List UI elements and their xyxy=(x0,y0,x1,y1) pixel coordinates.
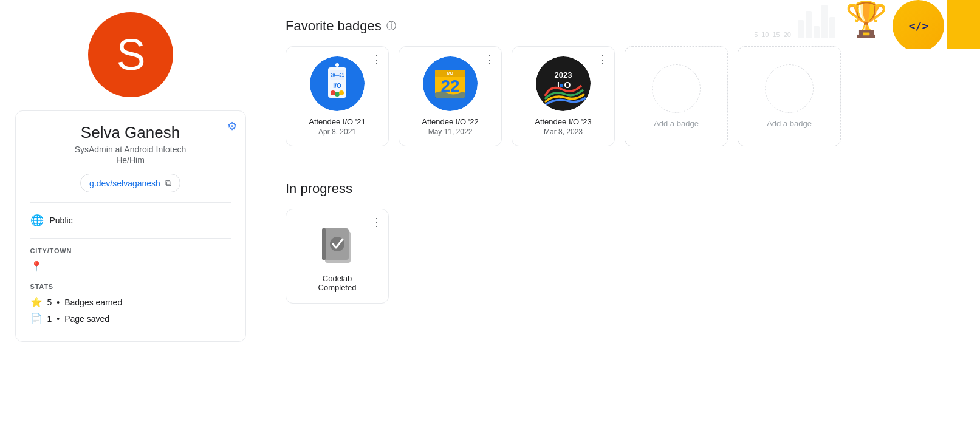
svg-text:</>: </> xyxy=(908,19,928,32)
top-decoration: 5 10 15 20 🏆 </> xyxy=(747,0,980,49)
profile-pronouns: He/Him xyxy=(30,155,231,165)
svg-text:20—21: 20—21 xyxy=(331,73,344,77)
pages-stat-row: 📄 1 • Page saved xyxy=(30,310,231,327)
badges-count: 5 xyxy=(47,298,52,307)
badge-image-io21: 20—21 I/O xyxy=(310,56,365,111)
add-badge-text-1: Add a badge xyxy=(654,119,699,128)
codelab-icon-area xyxy=(313,219,362,268)
main-content: 5 10 15 20 🏆 </> Favorite xyxy=(261,0,980,425)
badge-card-io23: ⋮ 2023 I O xyxy=(512,46,615,146)
visibility-label: Public xyxy=(50,216,73,225)
badge-more-icon-3[interactable]: ⋮ xyxy=(597,53,608,66)
in-progress-title: In progress xyxy=(286,181,956,197)
add-badge-text-2: Add a badge xyxy=(767,119,812,128)
badge-date-1: Apr 8, 2021 xyxy=(318,127,356,136)
profile-link-text: g.dev/selvaganesh xyxy=(89,178,160,188)
badge-card-empty-1[interactable]: Add a badge xyxy=(625,46,728,146)
pages-count: 1 xyxy=(47,314,52,324)
badges-earned-label: Badges earned xyxy=(64,298,122,307)
badge-more-icon-2[interactable]: ⋮ xyxy=(484,53,495,66)
divider-1 xyxy=(30,202,231,203)
svg-text:I/O: I/O xyxy=(333,83,341,89)
profile-link-container: g.dev/selvaganesh ⧉ xyxy=(30,174,231,192)
in-progress-section: In progress ⋮ xyxy=(286,181,956,304)
badge-date-2: May 11, 2022 xyxy=(428,127,473,136)
svg-text:O: O xyxy=(564,80,571,90)
page-icon: 📄 xyxy=(30,313,43,324)
badge-card-empty-2[interactable]: Add a badge xyxy=(738,46,841,146)
globe-icon: 🌐 xyxy=(30,214,44,227)
profile-title: SysAdmin at Android Infotech xyxy=(30,144,231,154)
city-section-label: CITY/TOWN xyxy=(30,247,231,254)
in-progress-row: ⋮ Codelab Completed xyxy=(286,209,956,304)
badge-circle-decoration: </> xyxy=(893,0,944,49)
badge-empty-circle-2 xyxy=(765,64,814,113)
section-divider xyxy=(286,166,956,166)
svg-point-6 xyxy=(331,90,335,95)
svg-point-8 xyxy=(339,90,344,95)
svg-rect-22 xyxy=(322,228,326,260)
badge-more-icon-codelab[interactable]: ⋮ xyxy=(371,216,382,229)
location-icon: 📍 xyxy=(30,260,43,272)
visibility-row[interactable]: 🌐 Public xyxy=(30,208,231,233)
avatar: S xyxy=(88,12,173,97)
sidebar: S ⚙ Selva Ganesh SysAdmin at Android Inf… xyxy=(0,0,261,425)
badges-row: ⋮ 20—21 I/O xyxy=(286,46,956,146)
badge-star-icon: ⭐ xyxy=(30,296,43,308)
badge-more-icon-1[interactable]: ⋮ xyxy=(371,53,382,66)
svg-point-15 xyxy=(536,56,591,111)
settings-icon[interactable]: ⚙ xyxy=(227,120,237,133)
badge-empty-circle-1 xyxy=(652,64,701,113)
avatar-container: S xyxy=(0,12,261,97)
badge-card-io21: ⋮ 20—21 I/O xyxy=(286,46,389,146)
badge-image-io23: 2023 I O xyxy=(536,56,591,111)
codelab-card: ⋮ Codelab Completed xyxy=(286,209,389,304)
svg-text:2023: 2023 xyxy=(555,70,572,80)
badge-card-io22: ⋮ 22 I/O Attendee I/O '2 xyxy=(399,46,502,146)
pages-saved-label: Page saved xyxy=(64,314,109,324)
city-row: 📍 xyxy=(30,258,231,274)
badge-name-2: Attendee I/O '22 xyxy=(422,117,479,126)
yellow-block xyxy=(947,0,980,49)
divider-2 xyxy=(30,238,231,239)
svg-point-7 xyxy=(335,92,340,97)
svg-text:I/O: I/O xyxy=(447,70,454,76)
codelab-badge-name: Codelab Completed xyxy=(318,274,357,292)
profile-card: ⚙ Selva Ganesh SysAdmin at Android Infot… xyxy=(15,110,246,342)
copy-icon: ⧉ xyxy=(165,178,171,188)
badge-name-1: Attendee I/O '21 xyxy=(309,117,366,126)
pages-dot: • xyxy=(57,314,60,324)
profile-link[interactable]: g.dev/selvaganesh ⧉ xyxy=(80,174,180,192)
svg-point-9 xyxy=(335,63,339,67)
badges-dot: • xyxy=(57,298,60,307)
badge-image-io22: 22 I/O xyxy=(423,56,478,111)
info-icon[interactable]: ⓘ xyxy=(386,20,396,33)
profile-name: Selva Ganesh xyxy=(30,123,231,142)
badge-date-3: Mar 8, 2023 xyxy=(544,127,583,136)
svg-point-18 xyxy=(560,84,563,87)
stats-section-label: STATS xyxy=(30,283,231,290)
trophy-decoration: 🏆 xyxy=(843,0,890,36)
badges-stat-row: ⭐ 5 • Badges earned xyxy=(30,294,231,310)
badge-name-3: Attendee I/O '23 xyxy=(535,117,592,126)
